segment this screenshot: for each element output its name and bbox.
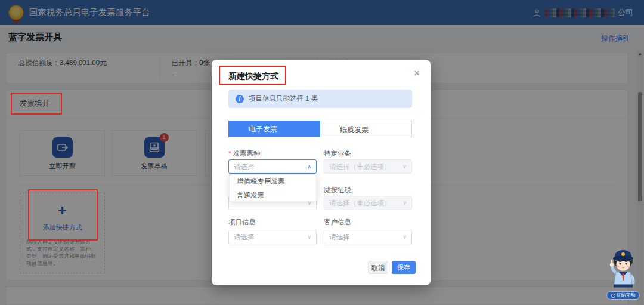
project-info-select[interactable]: 请选择 ∨	[228, 230, 317, 244]
chevron-down-icon: ∨	[402, 200, 407, 206]
close-icon[interactable]: ×	[414, 68, 420, 78]
reduced-tax-label: 减按征税	[324, 186, 351, 195]
customer-info-label: 客户信息	[324, 218, 351, 227]
new-shortcut-dialog: 新建快捷方式 × i 项目信息只能选择 1 类 电子发票 纸质发票 *发票票种 …	[212, 60, 431, 285]
interaction-pill[interactable]: 征纳互动	[606, 291, 640, 300]
chevron-down-icon: ∨	[307, 234, 311, 240]
pill-icon	[611, 294, 615, 298]
chevron-up-icon: ∧	[307, 164, 311, 170]
chevron-down-icon: ∨	[402, 164, 407, 170]
tab-paper-invoice[interactable]: 纸质发票	[320, 121, 412, 137]
interaction-pill-label: 征纳互动	[617, 292, 636, 299]
info-banner-text: 项目信息只能选择 1 类	[249, 94, 318, 103]
invoice-type-dropdown: 增值税专用发票 普通发票	[229, 174, 317, 202]
dialog-title: 新建快捷方式	[228, 71, 278, 82]
cancel-button[interactable]: 取消	[368, 261, 388, 274]
info-banner: i 项目信息只能选择 1 类	[228, 90, 412, 108]
reduced-tax-select[interactable]: 请选择（非必选项） ∨	[324, 196, 412, 210]
invoice-type-label: *发票票种	[228, 149, 260, 158]
option-ordinary-invoice[interactable]: 普通发票	[230, 189, 316, 202]
chevron-down-icon: ∨	[402, 234, 407, 240]
tab-electronic-invoice[interactable]: 电子发票	[228, 121, 320, 137]
save-button[interactable]: 保存	[392, 261, 416, 274]
special-business-label: 特定业务	[324, 149, 351, 158]
invoice-medium-tabs: 电子发票 纸质发票	[228, 121, 412, 137]
project-info-label: 项目信息	[228, 218, 256, 227]
info-icon: i	[236, 95, 244, 103]
invoice-type-select[interactable]: 请选择 ∧	[228, 159, 317, 174]
option-special-vat-invoice[interactable]: 增值税专用发票	[230, 175, 316, 189]
tax-officer-mascot-icon	[606, 246, 640, 290]
required-mark: *	[228, 150, 231, 157]
special-business-select[interactable]: 请选择（非必选项） ∨	[324, 159, 412, 174]
page: 国家税务总局电子发票服务平台 公司 蓝字发票开具 操作指引 总授信额度：3,48…	[0, 0, 644, 305]
tax-assistant-widget[interactable]: 征纳互动	[605, 246, 642, 300]
customer-info-select[interactable]: 请选择 ∨	[324, 230, 412, 244]
